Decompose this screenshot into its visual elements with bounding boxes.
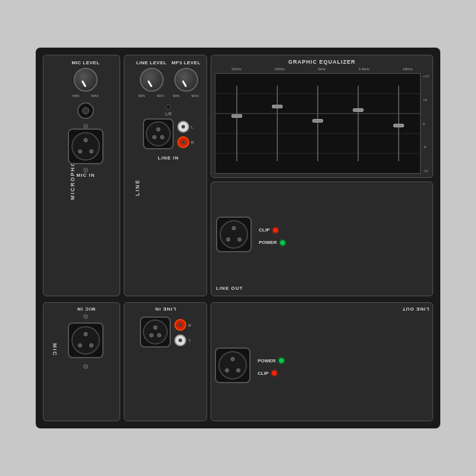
- line-xlr-inner: [146, 121, 171, 146]
- line-xlr-pin-bl: [152, 135, 156, 139]
- bottom-clip-led: [272, 371, 277, 375]
- mp3-knob-minmax: MIN MAX: [173, 94, 199, 98]
- xlr-pin-br: [89, 149, 93, 154]
- rca-connectors: L R: [177, 121, 194, 148]
- eq-section: GRAPHIC EQUALIZER 100Hz 330Hz 1kHz 3.3kH…: [211, 55, 433, 178]
- lineout-xlr-inner: [220, 220, 248, 249]
- mic-level-label: MIC LEVEL: [71, 60, 99, 65]
- db-plus12: +12: [423, 74, 429, 78]
- line-in-label: LINE IN: [158, 155, 178, 161]
- eq-thumb-100hz[interactable]: [231, 114, 242, 118]
- bottom-line-xlr-inner: [143, 320, 168, 345]
- bottom-xlr-pin-bl: [78, 343, 82, 347]
- right-column: GRAPHIC EQUALIZER 100Hz 330Hz 1kHz 3.3kH…: [211, 55, 433, 296]
- bottom-line-xlr: [140, 317, 171, 347]
- line-xlr-pin-top: [156, 127, 160, 131]
- line-knob-minmax: MIN MAX: [139, 94, 165, 98]
- bottom-power-indicator: POWER: [258, 358, 284, 364]
- mic-min-label: MIN: [73, 94, 79, 98]
- lineout-label: LINE OUT: [216, 286, 428, 291]
- eq-slider-3-3khz[interactable]: [358, 86, 359, 161]
- eq-grid: [215, 73, 421, 174]
- bottom-rca-l-socket: [174, 334, 186, 346]
- db-minus6: -6: [423, 145, 429, 149]
- bottom-xlr-pin-br: [89, 343, 93, 347]
- bottom-mic-in-label: MIC IN: [77, 306, 95, 312]
- bottom-lineout-xlr-inner: [218, 351, 247, 380]
- eq-title: GRAPHIC EQUALIZER: [215, 59, 429, 65]
- bottom-xlr-pin-top: [84, 332, 88, 336]
- db-minus12: -12: [423, 169, 429, 173]
- eq-slider-330hz[interactable]: [277, 86, 278, 161]
- mic-xlr-inner: [71, 132, 100, 161]
- bottom-line-xlr-br: [157, 333, 161, 337]
- bottom-lineout-pin-top: [231, 357, 235, 361]
- line-level-label: LINE LEVEL: [136, 60, 167, 65]
- top-panel: MICROPHONE MIC LEVEL MIN MAX: [43, 55, 433, 296]
- eq-db-labels: +12 +6 0 -6 -12: [421, 73, 429, 174]
- bottom-rca-l-row: L: [174, 334, 191, 346]
- bottom-lineout-xlr: [215, 347, 250, 383]
- eq-slider-100hz[interactable]: [236, 86, 237, 161]
- bottom-panel: MIC MIC IN LINE IN: [43, 302, 433, 421]
- mp3-level-label: MP3 LEVEL: [171, 60, 201, 65]
- bottom-line-section: LINE IN R: [124, 302, 207, 421]
- mic-screw-top: [83, 124, 88, 129]
- bottom-mic-xlr-inner: [71, 326, 100, 355]
- rca-r-socket: [177, 136, 189, 148]
- bottom-line-xlr-bl: [149, 333, 154, 337]
- eq-sliders: [215, 74, 420, 173]
- power-indicator: POWER: [259, 240, 285, 245]
- line-led: [166, 105, 171, 109]
- rca-r-row: R: [177, 136, 194, 148]
- mic-section: MICROPHONE MIC LEVEL MIN MAX: [43, 55, 120, 296]
- eq-body: +12 +6 0 -6 -12: [215, 73, 429, 174]
- bottom-mic-inner: MIC IN: [68, 306, 104, 369]
- bottom-line-in-label: LINE IN: [155, 306, 176, 312]
- bottom-power-led: [279, 358, 284, 363]
- mic-xlr-connector: [68, 129, 104, 164]
- mic-level-knob[interactable]: [74, 68, 98, 92]
- eq-thumb-1khz[interactable]: [312, 119, 323, 123]
- line-level-knob[interactable]: [140, 68, 164, 92]
- eq-track-line-3: [317, 86, 318, 161]
- mic-in-label: MIC IN: [77, 173, 95, 178]
- bottom-mic-screw2: [83, 364, 88, 369]
- bottom-indicators: POWER CLIP: [255, 358, 284, 376]
- freq-330hz: 330Hz: [274, 67, 284, 71]
- bottom-mic-xlr: [68, 322, 104, 358]
- clip-label: CLIP: [259, 227, 270, 233]
- eq-track-line-5: [398, 86, 399, 161]
- eq-slider-1khz[interactable]: [317, 86, 318, 161]
- rca-r-label: R: [191, 140, 194, 145]
- rca-l-label: L: [191, 125, 193, 129]
- bottom-power-label: POWER: [258, 358, 275, 364]
- line-knobs-row: LINE LEVEL MIN MAX MP3 LEVEL MIN MAX: [136, 60, 201, 102]
- lineout-xlr-pin-br: [237, 237, 242, 242]
- lineout-xlr-pin-top: [232, 226, 236, 230]
- eq-track-line-1: [236, 86, 237, 161]
- eq-slider-10khz[interactable]: [398, 86, 399, 161]
- line-xlr-connector: [143, 118, 174, 149]
- lr-label: L/R: [165, 112, 172, 116]
- mp3-max: MAX: [192, 94, 199, 98]
- freq-100hz: 100Hz: [231, 67, 242, 71]
- bottom-mic-vertical-label: MIC: [52, 343, 58, 357]
- eq-thumb-330hz[interactable]: [272, 105, 283, 108]
- bottom-mic-screw: [83, 314, 88, 319]
- eq-thumb-3-3khz[interactable]: [353, 108, 364, 112]
- mp3-level-knob[interactable]: [174, 68, 198, 92]
- bottom-mic-section: MIC MIC IN: [43, 302, 120, 421]
- lineout-section: CLIP POWER LINE OUT: [211, 181, 433, 296]
- bottom-line-inner: LINE IN R: [128, 306, 203, 351]
- bottom-lineout-pin-bl: [225, 368, 229, 372]
- bottom-rca-l-label: L: [188, 339, 190, 343]
- db-0: 0: [423, 122, 429, 126]
- line-vertical-label: LINE: [134, 179, 140, 196]
- lineout-xlr: [216, 217, 252, 252]
- bottom-rca-pair: R L: [174, 319, 191, 346]
- rca-l-row: L: [177, 121, 194, 133]
- eq-thumb-10khz[interactable]: [393, 124, 404, 127]
- bottom-lineout-section: LINE OUT POWER CLIP: [211, 302, 433, 421]
- power-label: POWER: [259, 240, 277, 245]
